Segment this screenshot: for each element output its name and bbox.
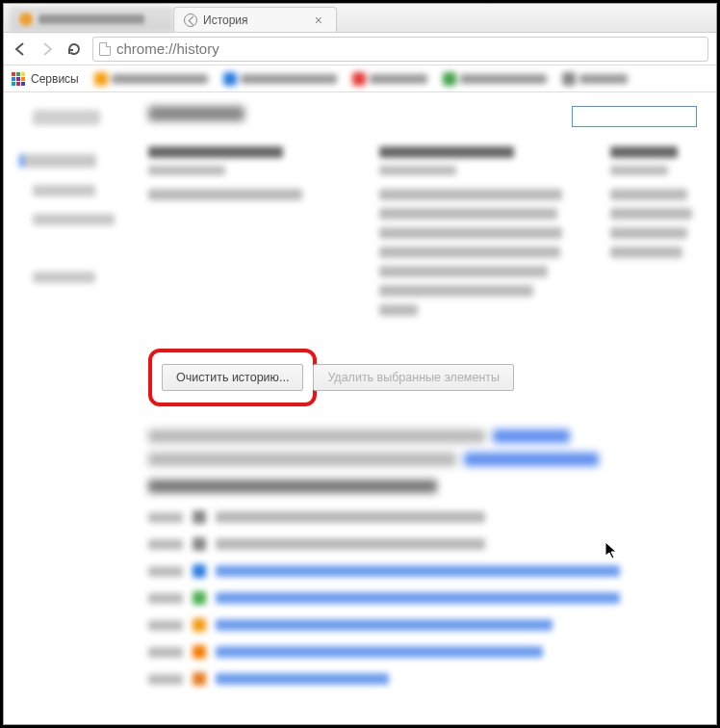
sidebar-item[interactable] [33,214,115,225]
close-icon[interactable]: × [311,13,326,28]
main-panel: Очистить историю... Удалить выбранные эл… [148,92,716,724]
omnibox[interactable]: chrome://history [92,37,708,62]
info-text [148,429,697,466]
tab-title: История [203,13,248,27]
brand-logo [33,110,100,125]
bookmark-item[interactable] [94,72,208,86]
reload-button[interactable] [65,40,83,58]
sidebar [4,92,148,724]
highlight-annotation: Очистить историю... [148,349,317,406]
history-entry[interactable] [148,564,697,578]
history-entry[interactable] [148,591,697,605]
toolbar: chrome://history [4,33,716,65]
history-icon [184,13,197,27]
bookmark-item[interactable] [562,72,628,86]
forward-button [39,40,56,58]
history-entry[interactable] [148,618,697,632]
bookmark-item[interactable] [443,72,547,86]
url-text: chrome://history [116,40,219,57]
browser-window: История × chrome://history Сервисы [3,3,717,725]
search-input[interactable] [572,106,697,127]
page-icon [99,42,111,56]
devices-columns [148,146,697,324]
apps-icon [12,72,25,86]
back-button[interactable] [12,40,29,58]
history-entry[interactable] [148,510,697,524]
content-area: Очистить историю... Удалить выбранные эл… [4,92,716,724]
cursor-icon [604,541,620,560]
page-title [148,106,244,121]
history-list [148,510,697,686]
tab-inactive[interactable] [10,7,173,32]
history-entry[interactable] [148,645,697,659]
apps-bookmark[interactable]: Сервисы [12,72,79,86]
date-heading [148,480,437,493]
tab-strip: История × [4,4,716,33]
sidebar-item[interactable] [33,272,95,283]
bookmarks-bar: Сервисы [4,65,716,92]
delete-selected-button: Удалить выбранные элементы [313,364,514,391]
sidebar-item[interactable] [33,185,95,196]
action-bar: Очистить историю... Удалить выбранные эл… [148,349,697,406]
history-entry[interactable] [148,672,697,686]
apps-label: Сервисы [31,72,79,86]
tab-history[interactable]: История × [173,7,337,32]
bookmark-item[interactable] [352,72,427,86]
sidebar-item[interactable] [19,154,96,168]
clear-history-button[interactable]: Очистить историю... [162,364,303,391]
bookmark-item[interactable] [223,72,337,86]
